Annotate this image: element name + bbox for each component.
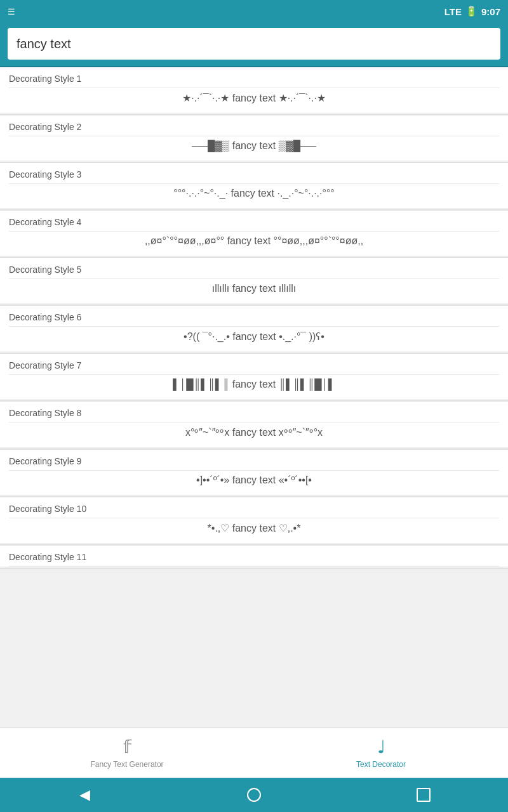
style-block-4[interactable]: Decorating Style 4,,ø¤°`°°¤øø,,,ø¤°° fan…: [0, 211, 508, 256]
style-text-5: ıllıllı fancy text ıllıllı: [0, 279, 508, 303]
home-button[interactable]: [241, 782, 267, 808]
style-label-2: Decorating Style 2: [0, 115, 508, 136]
search-bar-container: [0, 23, 508, 66]
style-block-1[interactable]: Decorating Style 1★·.·´¯`·.·★ fancy text…: [0, 67, 508, 113]
text-decorator-label: Text Decorator: [356, 760, 406, 769]
status-bar-right: LTE 🔋 9:07: [444, 6, 500, 17]
style-text-6: •?(( ¯°·._.• fancy text •._.·°¯ ))ʕ•: [0, 327, 508, 351]
style-label-3: Decorating Style 3: [0, 163, 508, 183]
style-text-9: •]••´º´•» fancy text «•´º´••[•: [0, 471, 508, 495]
style-block-8[interactable]: Decorating Style 8x°ᵒ″~`″ᵒᵒx fancy text …: [0, 402, 508, 447]
battery-icon: 🔋: [465, 6, 478, 17]
style-label-10: Decorating Style 10: [0, 497, 508, 518]
style-block-10[interactable]: Decorating Style 10*•.,♡ fancy text ♡,.•…: [0, 497, 508, 543]
style-label-9: Decorating Style 9: [0, 450, 508, 470]
home-circle-icon: [247, 788, 261, 802]
block-gap-11: [0, 568, 508, 569]
status-bar-left: ☰: [8, 7, 15, 16]
style-block-7[interactable]: Decorating Style 7▌│█║▌║▌║ fancy text ║▌…: [0, 354, 508, 399]
style-label-4: Decorating Style 4: [0, 211, 508, 231]
fancy-text-icon: 𝕗: [123, 737, 131, 757]
style-text-4: ,,ø¤°`°°¤øø,,,ø¤°° fancy text °°¤øø,,,ø¤…: [0, 232, 508, 256]
back-button[interactable]: ◀: [72, 782, 97, 808]
style-label-11: Decorating Style 11: [0, 546, 508, 566]
recents-square-icon: [417, 788, 431, 802]
signal-indicator: LTE: [444, 6, 462, 17]
back-arrow-icon: ◀: [79, 787, 90, 803]
style-block-11[interactable]: Decorating Style 11: [0, 546, 508, 566]
style-label-1: Decorating Style 1: [0, 67, 508, 88]
nav-item-fancy-text[interactable]: 𝕗 Fancy Text Generator: [0, 728, 254, 778]
style-block-2[interactable]: Decorating Style 2–—█▓▒ fancy text ▒▓█—–: [0, 115, 508, 160]
search-input[interactable]: [8, 28, 500, 60]
style-label-7: Decorating Style 7: [0, 354, 508, 374]
main-content: Decorating Style 1★·.·´¯`·.·★ fancy text…: [0, 67, 508, 727]
style-label-8: Decorating Style 8: [0, 402, 508, 422]
style-text-2: –—█▓▒ fancy text ▒▓█—–: [0, 136, 508, 160]
bottom-nav: 𝕗 Fancy Text Generator ♩ Text Decorator: [0, 727, 508, 778]
style-text-7: ▌│█║▌║▌║ fancy text ║▌║▌║█│▌: [0, 375, 508, 399]
style-label-6: Decorating Style 6: [0, 306, 508, 326]
status-bar: ☰ LTE 🔋 9:07: [0, 0, 508, 23]
fancy-text-label: Fancy Text Generator: [90, 760, 163, 769]
text-decorator-icon: ♩: [377, 737, 385, 757]
style-text-8: x°ᵒ″~`″ᵒᵒx fancy text xᵒᵒ″~`″ᵒ°x: [0, 422, 508, 447]
time-display: 9:07: [481, 6, 500, 17]
recents-button[interactable]: [411, 782, 436, 808]
style-block-3[interactable]: Decorating Style 3°°°·.·.·°~°·._· fancy …: [0, 163, 508, 208]
style-block-9[interactable]: Decorating Style 9•]••´º´•» fancy text «…: [0, 450, 508, 495]
style-text-3: °°°·.·.·°~°·._· fancy text ·._.·°~°·.·.·…: [0, 184, 508, 208]
style-label-divider-11: [9, 566, 499, 566]
style-text-10: *•.,♡ fancy text ♡,.•*: [0, 518, 508, 543]
style-label-5: Decorating Style 5: [0, 258, 508, 278]
style-text-1: ★·.·´¯`·.·★ fancy text ★·.·´¯`·.·★: [0, 88, 508, 113]
android-nav-bar: ◀: [0, 778, 508, 812]
nav-item-text-decorator[interactable]: ♩ Text Decorator: [254, 728, 508, 778]
style-block-5[interactable]: Decorating Style 5ıllıllı fancy text ıll…: [0, 258, 508, 303]
style-block-6[interactable]: Decorating Style 6•?(( ¯°·._.• fancy tex…: [0, 306, 508, 351]
app-icon: ☰: [8, 7, 15, 16]
